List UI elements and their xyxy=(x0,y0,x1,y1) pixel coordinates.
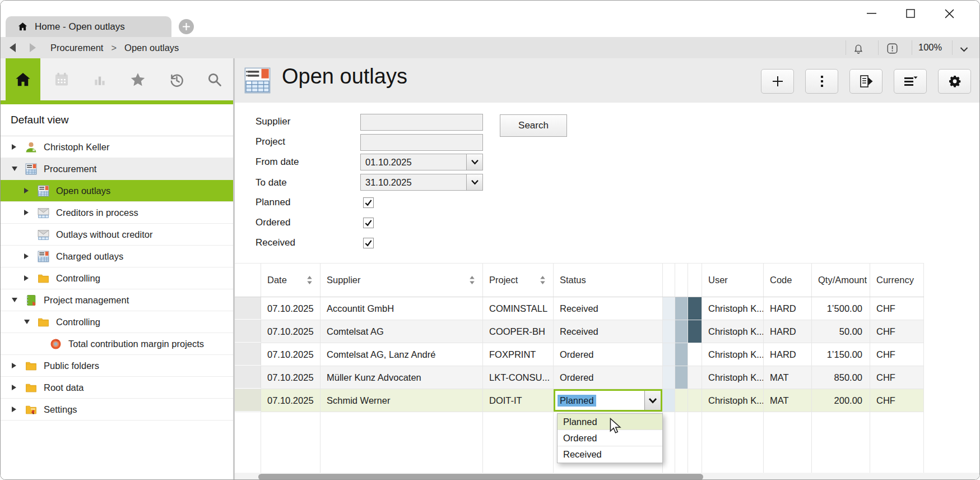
sidebar-item-label: Creditors in process xyxy=(56,207,138,218)
received-label: Received xyxy=(256,237,295,248)
sidebar-item-creditors-in-process[interactable]: Creditors in process xyxy=(1,202,233,224)
sidebar-item-root-data[interactable]: Root data xyxy=(1,377,233,399)
search-button[interactable]: Search xyxy=(500,114,567,137)
sidebar-tab-favorites[interactable] xyxy=(129,71,147,89)
tree-expander-icon[interactable] xyxy=(12,407,21,412)
sidebar-item-project-management[interactable]: Project management xyxy=(1,289,233,311)
chevron-down-icon[interactable] xyxy=(466,154,482,170)
row-handle[interactable] xyxy=(235,389,261,412)
sort-group-button[interactable] xyxy=(894,69,927,94)
tree-expander-icon[interactable] xyxy=(12,298,21,302)
more-actions-button[interactable] xyxy=(805,69,838,94)
combobox-text-area[interactable]: Planned xyxy=(555,391,644,410)
sidebar-item-outlays-without-creditor[interactable]: Outlays without creditor xyxy=(1,224,233,246)
column-header-blank[interactable] xyxy=(675,264,688,297)
tree-expander-icon[interactable] xyxy=(24,188,33,193)
breadcrumb-procurement[interactable]: Procurement xyxy=(50,43,103,53)
nav-back-button[interactable] xyxy=(10,43,16,52)
tree-expander-icon[interactable] xyxy=(12,363,21,368)
sidebar-tab-statistics[interactable] xyxy=(91,71,109,89)
sidebar-item-total-contribution-margin-projects[interactable]: Total contribution margin projects xyxy=(1,333,233,355)
tree-expander-icon[interactable] xyxy=(12,385,21,390)
row-handle[interactable] xyxy=(235,320,261,343)
table-row[interactable]: 07.10.2025Schmid WernerDOIT-ITPlannedChr… xyxy=(235,389,924,412)
tree-expander-icon[interactable] xyxy=(24,320,33,324)
supplier-input[interactable] xyxy=(360,114,483,131)
messages-warning-icon[interactable] xyxy=(885,41,899,56)
status-flag-cell-none xyxy=(688,389,702,412)
column-header-user[interactable]: User xyxy=(702,264,764,297)
status-flag-cell-medium xyxy=(675,297,688,320)
close-button[interactable] xyxy=(937,4,962,23)
column-header-label: Currency xyxy=(876,275,914,285)
cell-code: HARD xyxy=(764,343,812,366)
ordered-checkbox[interactable] xyxy=(363,218,374,228)
add-button[interactable] xyxy=(761,69,794,94)
from-date-picker[interactable]: 01.10.2025 xyxy=(360,154,483,170)
sidebar-item-procurement[interactable]: Procurement xyxy=(1,158,233,180)
chevron-down-icon[interactable] xyxy=(466,174,482,190)
sidebar-item-charged-outlays[interactable]: Charged outlays xyxy=(1,246,233,267)
row-handle[interactable] xyxy=(235,297,261,320)
tree-expander-icon[interactable] xyxy=(12,144,21,150)
sidebar-item-christoph-keller[interactable]: Christoph Keller xyxy=(1,136,233,158)
minimize-button[interactable] xyxy=(860,4,884,23)
list-dropdown-icon xyxy=(903,75,918,88)
column-header-blank[interactable] xyxy=(663,264,675,297)
to-date-picker[interactable]: 31.10.2025 xyxy=(360,174,483,191)
sidebar-tab-search[interactable] xyxy=(206,71,224,89)
column-header-code[interactable]: Code xyxy=(764,264,812,297)
sidebar-item-controlling[interactable]: Controlling xyxy=(1,311,233,333)
planned-checkbox[interactable] xyxy=(363,197,374,208)
sidebar-item-controlling[interactable]: Controlling xyxy=(1,267,233,289)
column-header-qty-amount[interactable]: Qty/Amount xyxy=(812,264,870,297)
sidebar-item-settings[interactable]: Settings xyxy=(1,399,233,421)
report-button[interactable] xyxy=(849,69,883,94)
sidebar-item-open-outlays[interactable]: Open outlays xyxy=(1,180,233,202)
row-handle[interactable] xyxy=(235,343,261,366)
column-header-supplier[interactable]: Supplier xyxy=(321,264,483,297)
tree-expander-icon[interactable] xyxy=(24,210,33,215)
nav-forward-button[interactable] xyxy=(30,43,36,52)
row-handle[interactable] xyxy=(235,366,261,389)
dropdown-option-received[interactable]: Received xyxy=(558,446,662,463)
column-header-status[interactable]: Status xyxy=(554,264,663,297)
sidebar-tab-calendar[interactable] xyxy=(53,71,71,89)
cell-qty: 50.00 xyxy=(812,320,870,343)
tree-expander-icon[interactable] xyxy=(24,253,33,259)
sidebar-tab-home[interactable] xyxy=(6,58,40,100)
title-bar: Home - Open outlays xyxy=(1,1,979,37)
cell-date: 07.10.2025 xyxy=(261,366,321,389)
from-date-value[interactable]: 01.10.2025 xyxy=(361,154,466,170)
sidebar-item-public-folders[interactable]: Public folders xyxy=(1,355,233,377)
tree-expander-icon[interactable] xyxy=(24,275,33,281)
sidebar-tab-history[interactable] xyxy=(168,71,185,89)
column-header-project[interactable]: Project xyxy=(483,264,554,297)
notifications-bell-icon[interactable] xyxy=(851,41,866,56)
received-checkbox[interactable] xyxy=(363,238,374,248)
maximize-button[interactable] xyxy=(898,4,923,23)
column-header-blank[interactable] xyxy=(688,264,702,297)
sidebar-item-label: Total contribution margin projects xyxy=(68,339,204,349)
table-row[interactable]: 07.10.2025Comtelsat AGCOOPER-BHReceivedC… xyxy=(235,320,924,343)
table-row[interactable]: 07.10.2025Comtelsat AG, Lanz AndréFOXPRI… xyxy=(235,343,924,366)
column-header-date[interactable]: Date xyxy=(261,264,321,297)
table-row[interactable]: 07.10.2025Müller Kunz AdvocatenLKT-CONSU… xyxy=(235,366,924,389)
breadcrumb-open-outlays[interactable]: Open outlays xyxy=(124,43,179,53)
project-input[interactable] xyxy=(360,134,483,151)
combobox-dropdown-button[interactable] xyxy=(644,391,661,410)
combobox-selected-value[interactable]: Planned xyxy=(558,395,596,407)
horizontal-scrollbar-thumb[interactable] xyxy=(258,474,703,479)
tab-home-open-outlays[interactable]: Home - Open outlays xyxy=(6,16,171,37)
sidebar-item-label: Public folders xyxy=(44,361,99,371)
status-combobox[interactable]: Planned xyxy=(554,389,662,412)
column-header-label: Date xyxy=(267,275,287,285)
new-tab-button[interactable] xyxy=(179,19,194,34)
tree-expander-icon[interactable] xyxy=(12,167,21,171)
zoom-chevron-down-icon[interactable] xyxy=(960,44,968,54)
settings-button[interactable] xyxy=(938,69,971,94)
table-row[interactable]: 07.10.2025Accountit GmbHCOMINSTALLReceiv… xyxy=(235,297,924,320)
column-header-blank[interactable] xyxy=(235,264,261,297)
column-header-currency[interactable]: Currency xyxy=(870,264,924,297)
to-date-value[interactable]: 31.10.2025 xyxy=(361,174,466,190)
